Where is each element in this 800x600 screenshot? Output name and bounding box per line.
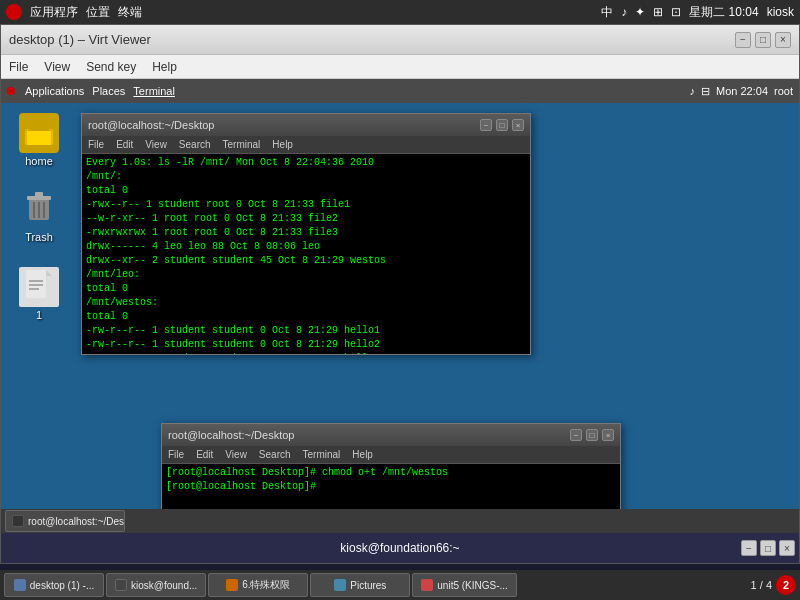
svg-rect-12 xyxy=(29,284,43,286)
gnome-bar-left: Applications Places Terminal xyxy=(7,85,175,97)
term1-menu-help[interactable]: Help xyxy=(272,139,293,150)
gnome-top-bar: Applications Places Terminal ♪ ⊟ Mon 22:… xyxy=(1,79,799,103)
term1-menu-view[interactable]: View xyxy=(145,139,167,150)
term1-line-3: total 0 xyxy=(86,184,526,198)
term1-menu-edit[interactable]: Edit xyxy=(116,139,133,150)
kiosk-task-icon xyxy=(115,579,127,591)
trash-icon-label: Trash xyxy=(25,231,53,243)
virt-menu-file[interactable]: File xyxy=(9,60,28,74)
term2-menu-help[interactable]: Help xyxy=(352,449,373,460)
sys-net-icon: ⊞ xyxy=(653,5,663,19)
virt-title-bar: desktop (1) – Virt Viewer − □ × xyxy=(1,25,799,55)
virtual-desktop: Applications Places Terminal ♪ ⊟ Mon 22:… xyxy=(1,79,799,563)
bottom-item-pictures-label: Pictures xyxy=(350,580,386,591)
bottom-item-unit5[interactable]: unit5 (KINGS-... xyxy=(412,573,517,597)
virt-menu-sendkey[interactable]: Send key xyxy=(86,60,136,74)
home-folder-icon xyxy=(19,113,59,153)
term1-line-16: -rw-r--r-- 1 student student 0 Oct 8 21:… xyxy=(86,338,526,352)
bottom-item-desktop-label: desktop (1) -... xyxy=(30,580,94,591)
bottom-item-kiosk-label: kiosk@found... xyxy=(131,580,197,591)
term1-minimize[interactable]: − xyxy=(480,119,492,131)
bottom-item-kiosk[interactable]: kiosk@found... xyxy=(106,573,206,597)
term2-menu-search[interactable]: Search xyxy=(259,449,291,460)
term2-menubar: File Edit View Search Terminal Help xyxy=(162,446,620,464)
inner-taskbar: root@localhost:~/Desktop xyxy=(1,509,799,533)
taskbar-term1-label: root@localhost:~/Desktop xyxy=(28,516,125,527)
gnome-places-label[interactable]: Places xyxy=(92,85,125,97)
virt-maximize-btn[interactable]: □ xyxy=(755,32,771,48)
terminal-window-1[interactable]: root@localhost:~/Desktop − □ × File Edit… xyxy=(81,113,531,355)
term1-menu-terminal[interactable]: Terminal xyxy=(223,139,261,150)
kiosk-minimize[interactable]: − xyxy=(741,540,757,556)
virt-menu-help[interactable]: Help xyxy=(152,60,177,74)
desktop-icon-trash[interactable]: Trash xyxy=(9,189,69,243)
svg-rect-11 xyxy=(29,280,43,282)
term1-close[interactable]: × xyxy=(512,119,524,131)
virt-close-btn[interactable]: × xyxy=(775,32,791,48)
term1-line-4: -rwx--r-- 1 student root 0 Oct 8 21:33 f… xyxy=(86,198,526,212)
kiosk-win-controls: − □ × xyxy=(741,540,795,556)
gnome-time: Mon 22:04 xyxy=(716,85,768,97)
term1-line-15: -rw-r--r-- 1 student student 0 Oct 8 21:… xyxy=(86,324,526,338)
term1-body[interactable]: Every 1.0s: ls -lR /mnt/ Mon Oct 8 22:04… xyxy=(82,154,530,354)
sys-location-label[interactable]: 位置 xyxy=(86,4,110,21)
term2-titlebar: root@localhost:~/Desktop − □ × xyxy=(162,424,620,446)
bottom-item-unit5-label: unit5 (KINGS-... xyxy=(437,580,508,591)
sys-user: kiosk xyxy=(767,5,794,19)
term2-menu-edit[interactable]: Edit xyxy=(196,449,213,460)
term2-controls: − □ × xyxy=(570,429,614,441)
kiosk-close[interactable]: × xyxy=(779,540,795,556)
term2-minimize[interactable]: − xyxy=(570,429,582,441)
term1-menu-search[interactable]: Search xyxy=(179,139,211,150)
sys-terminal-label[interactable]: 终端 xyxy=(118,4,142,21)
term1-line-17: -rw-r--r-- 1 student student 0 Oct 8 21:… xyxy=(86,352,526,354)
term1-maximize[interactable]: □ xyxy=(496,119,508,131)
term1-line-8: drwx--xr-- 2 student student 45 Oct 8 21… xyxy=(86,254,526,268)
desktop-icon-home[interactable]: home xyxy=(9,113,69,167)
bottom-item-special[interactable]: 6.特殊权限 xyxy=(208,573,308,597)
bottom-item-special-label: 6.特殊权限 xyxy=(242,578,290,592)
system-bar-right: 中 ♪ ✦ ⊞ ⊡ 星期二 10:04 kiosk xyxy=(601,4,794,21)
sys-pwr-icon: ⊡ xyxy=(671,5,681,19)
desktop-icon-file[interactable]: 1 xyxy=(9,267,69,321)
bottom-system-bar: desktop (1) -... kiosk@found... 6.特殊权限 P… xyxy=(0,570,800,600)
term1-titlebar: root@localhost:~/Desktop − □ × xyxy=(82,114,530,136)
bottom-item-pictures[interactable]: Pictures xyxy=(310,573,410,597)
term1-line-2: /mnt/: xyxy=(86,170,526,184)
kiosk-taskbar-label: kiosk@foundation66:~ xyxy=(340,541,459,555)
sys-apps-label[interactable]: 应用程序 xyxy=(30,4,78,21)
inner-taskbar-term1[interactable]: root@localhost:~/Desktop xyxy=(5,510,125,532)
term1-line-10: /mnt/leo: xyxy=(86,268,526,282)
gnome-apps-label[interactable]: Applications xyxy=(25,85,84,97)
special-task-icon xyxy=(226,579,238,591)
gnome-app-dot xyxy=(7,87,15,95)
term2-close[interactable]: × xyxy=(602,429,614,441)
term2-line-1: [root@localhost Desktop]# xyxy=(166,480,616,494)
virt-menu-view[interactable]: View xyxy=(44,60,70,74)
term1-menu-file[interactable]: File xyxy=(88,139,104,150)
term1-controls: − □ × xyxy=(480,119,524,131)
page-badge: 2 xyxy=(776,575,796,595)
virt-title-text: desktop (1) – Virt Viewer xyxy=(9,32,151,47)
svg-rect-1 xyxy=(27,131,51,145)
term1-menubar: File Edit View Search Terminal Help xyxy=(82,136,530,154)
bottom-item-desktop[interactable]: desktop (1) -... xyxy=(4,573,104,597)
sys-sound-icon: 中 xyxy=(601,4,613,21)
gnome-terminal-label[interactable]: Terminal xyxy=(133,85,175,97)
kiosk-maximize[interactable]: □ xyxy=(760,540,776,556)
term2-menu-view[interactable]: View xyxy=(225,449,247,460)
term-task-icon xyxy=(12,515,24,527)
gnome-net-icon: ⊟ xyxy=(701,85,710,98)
system-app-icon xyxy=(6,4,22,20)
virt-viewer-window: desktop (1) – Virt Viewer − □ × File Vie… xyxy=(0,24,800,564)
term1-line-7: drwx------ 4 leo leo 88 Oct 8 08:06 leo xyxy=(86,240,526,254)
term2-maximize[interactable]: □ xyxy=(586,429,598,441)
term2-menu-terminal[interactable]: Terminal xyxy=(303,449,341,460)
term2-menu-file[interactable]: File xyxy=(168,449,184,460)
kiosk-taskbar: kiosk@foundation66:~ − □ × xyxy=(1,533,799,563)
virt-win-controls: − □ × xyxy=(735,32,791,48)
svg-marker-2 xyxy=(27,123,51,131)
system-top-bar: 应用程序 位置 终端 中 ♪ ✦ ⊞ ⊡ 星期二 10:04 kiosk xyxy=(0,0,800,24)
virt-minimize-btn[interactable]: − xyxy=(735,32,751,48)
svg-marker-10 xyxy=(46,270,52,276)
